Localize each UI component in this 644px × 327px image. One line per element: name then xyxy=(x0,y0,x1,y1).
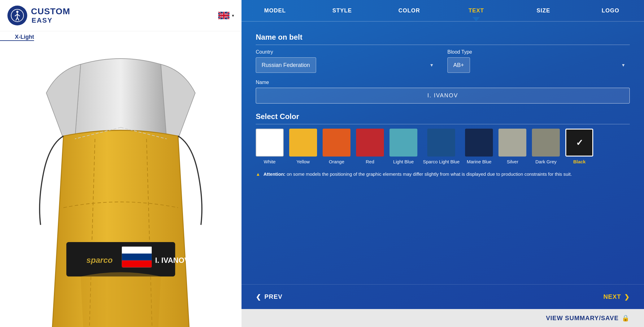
color-swatch-silver xyxy=(498,129,526,157)
color-swatch-dark-grey xyxy=(532,129,560,157)
tab-size[interactable]: SIZE xyxy=(510,1,577,21)
left-panel: CUSTOM EASY ▾ X-Light xyxy=(0,0,242,327)
logo-easy: EASY xyxy=(32,16,70,24)
prev-label: PREV xyxy=(264,293,282,300)
color-item-dark-grey[interactable]: Dark Grey xyxy=(532,129,560,164)
bottom-bar: ❮ PREV NEXT ❯ xyxy=(242,284,644,309)
color-item-white[interactable]: White xyxy=(256,129,284,164)
color-swatch-orange xyxy=(323,129,350,157)
color-item-orange[interactable]: Orange xyxy=(323,129,350,164)
view-summary-button[interactable]: VIEW SUMMARY/SAVE 🔒 xyxy=(546,314,630,322)
right-panel: MODEL STYLE COLOR TEXT SIZE LOGO Name on… xyxy=(242,0,644,327)
color-swatch-black: ✓ xyxy=(565,129,593,157)
prev-chevron-icon: ❮ xyxy=(256,293,261,301)
logo-icon xyxy=(7,6,27,25)
country-blood-row: Country Russian Federation United States… xyxy=(256,49,630,73)
next-label: NEXT xyxy=(603,293,621,300)
svg-line-5 xyxy=(16,17,17,20)
color-label-sparco-light-blue: Sparco Light Blue xyxy=(423,159,459,164)
color-label-silver: Silver xyxy=(507,159,519,164)
color-swatch-white xyxy=(256,129,284,157)
content-area: Name on belt Country Russian Federation … xyxy=(242,22,644,284)
color-label-black: Black xyxy=(573,159,585,164)
color-swatch-red xyxy=(356,129,384,157)
select-color-title: Select Color xyxy=(256,112,630,124)
color-item-silver[interactable]: Silver xyxy=(498,129,526,164)
color-item-marine-blue[interactable]: Marine Blue xyxy=(465,129,493,164)
chevron-down-icon: ▾ xyxy=(232,13,234,18)
header: CUSTOM EASY ▾ xyxy=(0,0,242,31)
svg-rect-13 xyxy=(122,260,152,267)
view-summary-bar: VIEW SUMMARY/SAVE 🔒 xyxy=(242,309,644,327)
color-grid: WhiteYellowOrangeRedLight BlueSparco Lig… xyxy=(256,129,630,164)
svg-line-6 xyxy=(17,17,19,20)
logo-custom: CUSTOM xyxy=(31,7,70,16)
section-title: Name on belt xyxy=(256,33,630,45)
suit-illustration: sparco I. IVANOV AB+ xyxy=(6,47,235,327)
color-item-light-blue[interactable]: Light Blue xyxy=(389,129,417,164)
view-summary-label: VIEW SUMMARY/SAVE xyxy=(546,315,619,322)
prev-button[interactable]: ❮ PREV xyxy=(256,293,282,301)
attention-box: ▲ Attention: on some models the position… xyxy=(256,170,630,178)
color-label-dark-grey: Dark Grey xyxy=(535,159,556,164)
tab-text[interactable]: TEXT xyxy=(443,1,510,21)
attention-label: Attention: xyxy=(263,171,285,177)
country-group: Country Russian Federation United States… xyxy=(256,49,438,73)
attention-icon: ▲ xyxy=(256,171,260,177)
lock-icon: 🔒 xyxy=(622,314,630,322)
svg-text:I. IVANOV AB+: I. IVANOV AB+ xyxy=(155,256,206,264)
svg-text:sparco: sparco xyxy=(86,256,113,264)
tab-model[interactable]: MODEL xyxy=(242,1,309,21)
uk-flag-icon xyxy=(218,12,229,19)
preview-area: sparco I. IVANOV AB+ xyxy=(0,41,242,327)
top-navigation: MODEL STYLE COLOR TEXT SIZE LOGO xyxy=(242,0,644,22)
color-label-yellow: Yellow xyxy=(297,159,310,164)
blood-type-group: Blood Type A+ A- B+ B- AB+ AB- O+ O- xyxy=(447,49,630,73)
color-swatch-yellow xyxy=(289,129,317,157)
color-label-light-blue: Light Blue xyxy=(393,159,414,164)
name-label: Name xyxy=(256,80,630,85)
color-label-marine-blue: Marine Blue xyxy=(467,159,491,164)
color-label-red: Red xyxy=(366,159,374,164)
tab-logo[interactable]: LOGO xyxy=(577,1,644,21)
country-label: Country xyxy=(256,49,438,55)
svg-rect-12 xyxy=(122,254,152,260)
blood-type-select-wrapper: A+ A- B+ B- AB+ AB- O+ O- xyxy=(447,57,630,73)
next-chevron-icon: ❯ xyxy=(624,293,630,301)
name-input[interactable] xyxy=(256,88,630,104)
blood-type-label: Blood Type xyxy=(447,49,630,55)
model-label: X-Light xyxy=(15,34,34,40)
color-swatch-marine-blue xyxy=(465,129,493,157)
color-item-sparco-light-blue[interactable]: Sparco Light Blue xyxy=(423,129,459,164)
language-selector[interactable]: ▾ xyxy=(218,12,234,19)
svg-point-1 xyxy=(16,11,19,13)
tab-style[interactable]: STYLE xyxy=(309,1,376,21)
blood-type-select[interactable]: A+ A- B+ B- AB+ AB- O+ O- xyxy=(447,57,470,73)
color-swatch-light-blue xyxy=(389,129,417,157)
country-select[interactable]: Russian Federation United States United … xyxy=(256,57,316,73)
name-group: Name xyxy=(256,80,630,104)
color-item-black[interactable]: ✓Black xyxy=(565,129,593,164)
tab-color[interactable]: COLOR xyxy=(376,1,443,21)
color-item-yellow[interactable]: Yellow xyxy=(289,129,317,164)
attention-text: on some models the positioning of the gr… xyxy=(287,171,572,177)
country-select-wrapper: Russian Federation United States United … xyxy=(256,57,438,73)
color-label-white: White xyxy=(264,159,276,164)
logo-text: CUSTOM EASY xyxy=(31,7,70,24)
next-button[interactable]: NEXT ❯ xyxy=(603,293,630,301)
color-item-red[interactable]: Red xyxy=(356,129,384,164)
svg-rect-11 xyxy=(122,247,152,254)
color-swatch-sparco-light-blue xyxy=(427,129,455,157)
color-label-orange: Orange xyxy=(329,159,344,164)
